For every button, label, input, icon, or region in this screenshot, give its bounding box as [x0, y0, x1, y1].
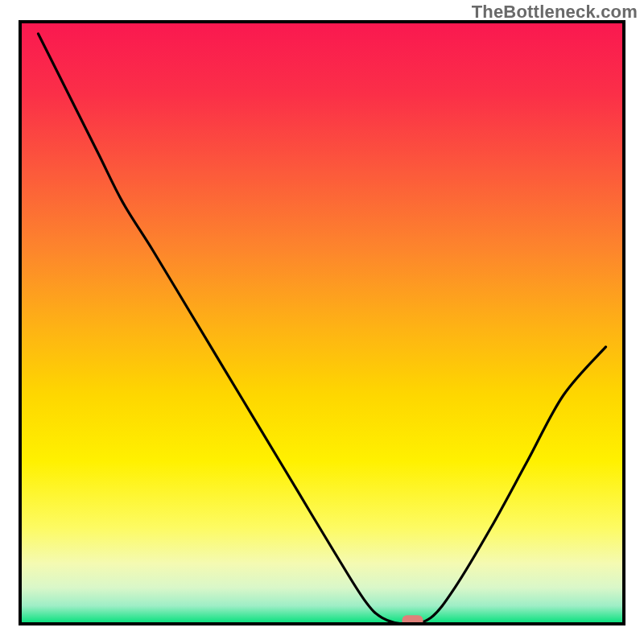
bottleneck-chart	[0, 0, 644, 644]
chart-container: TheBottleneck.com	[0, 0, 644, 644]
watermark: TheBottleneck.com	[472, 2, 638, 23]
